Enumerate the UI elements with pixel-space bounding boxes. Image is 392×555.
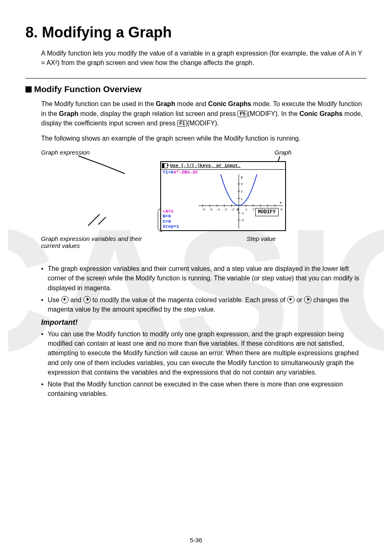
calc-header: Use [←]/[→]keys, or input.	[161, 162, 285, 170]
svg-text:-1: -1	[240, 211, 244, 215]
modify-indicator: MODIFY	[255, 208, 279, 216]
svg-text:-4: -4	[216, 208, 220, 211]
calc-expression: Y1=Ax²-2Bx-2C	[163, 170, 198, 175]
overview-paragraph-2: The following shows an example of the gr…	[41, 134, 367, 143]
fig-label-expression: Graph expression	[41, 149, 90, 156]
svg-text:-5: -5	[209, 208, 213, 211]
important-heading: Important!	[41, 318, 367, 327]
right-arrow-icon	[83, 296, 91, 303]
bullet-item: Use and to modify the value of the magen…	[41, 295, 367, 314]
intro-paragraph: A Modify function lets you modify the va…	[41, 49, 367, 67]
left-arrow-icon	[61, 296, 69, 303]
calc-graph-area: -6-5-4 -3-2-1 123 45 123 -1-2 O y x 6	[198, 174, 284, 229]
bullet-item: Note that the Modify function cannot be …	[41, 379, 367, 398]
calculator-screenshot: Use [←]/[→]keys, or input. Y1=Ax²-2Bx-2C…	[160, 161, 286, 231]
svg-text:2: 2	[241, 190, 243, 193]
figure: Graph expression Graph Graph expression …	[41, 149, 367, 256]
keycap-f1: F1	[177, 120, 187, 127]
svg-text:x: x	[280, 201, 282, 205]
svg-text:1: 1	[241, 197, 243, 201]
fig-label-step: Step value	[247, 235, 276, 242]
fig-label-graph: Graph	[274, 149, 292, 156]
battery-icon	[162, 163, 168, 168]
svg-text:2: 2	[252, 208, 254, 211]
section-divider	[25, 78, 367, 79]
keycap-f5: F5	[238, 111, 247, 117]
section-heading: Modify Function Overview	[25, 84, 367, 94]
bullet-item: The graph expression variables and their…	[41, 264, 367, 293]
page-title: 8. Modifying a Graph	[25, 24, 367, 41]
calc-variables: ▸A=1 B=0 C=0 Step=1	[163, 209, 179, 230]
svg-text:-2: -2	[231, 208, 235, 211]
svg-text:1: 1	[245, 208, 247, 211]
svg-text:O: O	[237, 208, 239, 211]
svg-text:6: 6	[281, 208, 283, 211]
svg-text:-2: -2	[240, 219, 244, 222]
svg-text:-6: -6	[201, 208, 205, 211]
overview-paragraph-1: The Modify function can be used in the G…	[41, 99, 367, 128]
svg-text:-3: -3	[223, 208, 227, 211]
svg-text:3: 3	[241, 183, 243, 186]
left-arrow-icon	[287, 296, 295, 303]
bullet-item: You can use the Modify function to modif…	[41, 329, 367, 377]
right-arrow-icon	[304, 296, 311, 303]
fig-label-vars: Graph expression variables and their cur…	[41, 235, 148, 249]
svg-text:y: y	[241, 175, 243, 179]
page-number: 5-36	[0, 536, 392, 543]
